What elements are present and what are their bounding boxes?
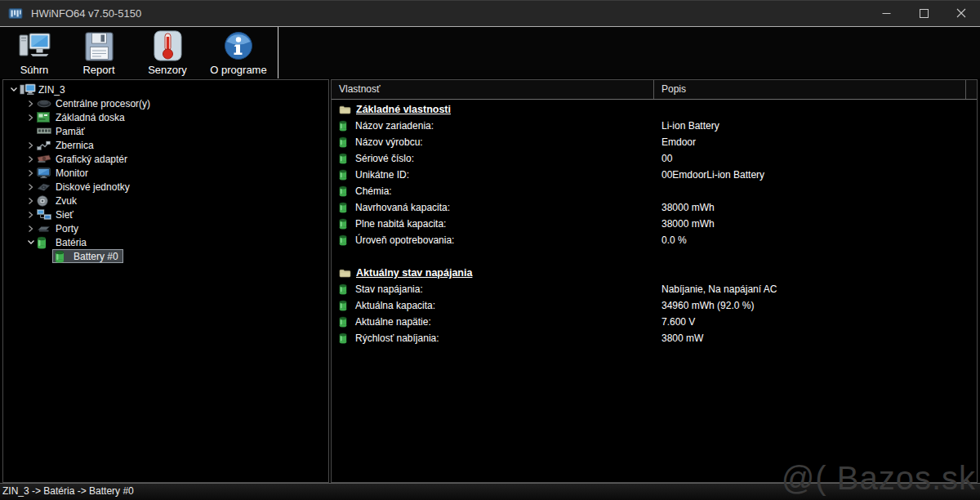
toolbar: SúhrnReportSenzoryO programe xyxy=(0,27,980,78)
close-icon xyxy=(956,7,966,21)
toolbar-button-label: Report xyxy=(82,64,114,76)
tree-item-zbernica[interactable]: Zbernica xyxy=(3,138,328,152)
tree-item-centr-lne-procesor-y[interactable]: Centrálne procesor(y) xyxy=(3,96,328,110)
tree-item-pam[interactable]: Pamäť xyxy=(3,124,328,138)
battery-small-icon xyxy=(339,333,353,344)
battery-icon xyxy=(37,236,54,249)
property-row-r-chlos-nab-jania[interactable]: Rýchlosť nabíjania:3800 mW xyxy=(332,330,977,346)
computer-summary-icon xyxy=(16,29,52,62)
toolbar-separator xyxy=(278,27,278,78)
tree-item-label: Sieť xyxy=(56,209,74,221)
tree-item-grafick-adapt-r[interactable]: Grafický adaptér xyxy=(3,152,328,166)
property-cell: Plne nabitá kapacita: xyxy=(332,218,654,230)
property-value: Li-ion Battery xyxy=(654,120,719,132)
tree-item-label: Centrálne procesor(y) xyxy=(56,98,150,109)
battery-icon xyxy=(55,250,72,263)
toolbar-button-summary[interactable]: Súhrn xyxy=(5,27,64,78)
hwinfo-window: HWiNFO64 v7.50-5150 SúhrnReportSenzoryO … xyxy=(0,0,980,500)
maximize-button[interactable] xyxy=(905,1,942,26)
property-row-aktu-lne-nap-tie[interactable]: Aktuálne napätie:7.600 V xyxy=(332,314,977,330)
maximize-icon xyxy=(920,7,929,21)
chevron-right-icon[interactable] xyxy=(24,197,37,205)
property-cell: Aktuálne napätie: xyxy=(332,316,654,328)
chevron-right-icon[interactable] xyxy=(24,225,37,233)
battery-small-icon xyxy=(339,136,353,148)
battery-small-icon xyxy=(339,300,353,311)
details-header: Vlastnosť Popis xyxy=(332,80,977,100)
tree-item-label: Porty xyxy=(56,223,78,234)
tree-item-content: Battery #0 xyxy=(52,249,123,263)
chevron-down-icon[interactable] xyxy=(24,239,37,246)
status-path: ZIN_3 -> Batéria -> Battery #0 xyxy=(2,485,134,497)
property-value: 38000 mWh xyxy=(654,218,715,230)
window-controls xyxy=(867,1,980,26)
property-row-stav-nap-jania[interactable]: Stav napájania:Nabíjanie, Na napájaní AC xyxy=(332,281,977,297)
tree-item-label: Battery #0 xyxy=(74,251,118,262)
battery-small-icon xyxy=(339,283,353,295)
tree-item-sie[interactable]: Sieť xyxy=(3,208,328,221)
property-row-plne-nabit-kapacita[interactable]: Plne nabitá kapacita:38000 mWh xyxy=(332,216,977,232)
property-value: 3800 mW xyxy=(654,333,703,344)
tree-item-z-kladn-doska[interactable]: Základná doska xyxy=(3,110,328,124)
chevron-right-icon[interactable] xyxy=(24,114,37,122)
property-value: Nabíjanie, Na napájaní AC xyxy=(654,283,777,295)
battery-small-icon xyxy=(339,185,353,197)
toolbar-button-about[interactable]: O programe xyxy=(201,27,276,78)
toolbar-button-report[interactable]: Report xyxy=(64,27,134,78)
ports-icon xyxy=(37,225,54,233)
property-row-ch-mia[interactable]: Chémia: xyxy=(332,183,977,199)
tree-item-content: Porty xyxy=(37,221,78,235)
section-header-aktu-lny-stav-nap-jania: Aktuálny stav napájania xyxy=(332,265,977,281)
property-row-rove-opotrebovania[interactable]: Úroveň opotrebovania:0.0 % xyxy=(332,232,977,248)
chevron-right-icon[interactable] xyxy=(24,155,37,163)
section-spacer xyxy=(332,248,977,265)
battery-small-icon xyxy=(339,218,353,230)
floppy-report-icon xyxy=(84,29,114,62)
property-row-n-zov-v-robcu[interactable]: Názov výrobcu:Emdoor xyxy=(332,134,977,150)
property-cell: Rýchlosť nabíjania: xyxy=(332,333,654,344)
property-label: Chémia: xyxy=(355,185,392,197)
property-row-unik-tne-id[interactable]: Unikátne ID:00EmdoorLi-ion Battery xyxy=(332,167,977,183)
property-cell: Stav napájania: xyxy=(332,283,654,295)
section-title: Aktuálny stav napájania xyxy=(356,267,472,279)
tree-item-diskov-jednotky[interactable]: Diskové jednotky xyxy=(3,180,328,194)
tree-item-monitor[interactable]: Monitor xyxy=(3,166,328,180)
chevron-right-icon[interactable] xyxy=(24,211,37,219)
window-title: HWiNFO64 v7.50-5150 xyxy=(31,7,141,20)
property-value: 38000 mWh xyxy=(654,202,715,213)
minimize-icon xyxy=(882,7,891,21)
tree-item-content: Zvuk xyxy=(37,194,77,208)
tree-item-label: Zvuk xyxy=(56,195,77,207)
column-header-description[interactable]: Popis xyxy=(654,80,966,99)
property-row-n-zov-zariadenia[interactable]: Názov zariadenia:Li-ion Battery xyxy=(332,118,977,134)
property-row-aktu-lna-kapacita[interactable]: Aktuálna kapacita:34960 mWh (92.0 %) xyxy=(332,297,977,314)
property-label: Názov výrobcu: xyxy=(355,136,423,148)
tree-item-bat-ria[interactable]: Batéria xyxy=(3,235,328,249)
property-cell: Unikátne ID: xyxy=(332,169,654,181)
property-value: 34960 mWh (92.0 %) xyxy=(654,300,754,311)
property-row-navrhovan-kapacita[interactable]: Navrhovaná kapacita:38000 mWh xyxy=(332,199,977,216)
tree-item-porty[interactable]: Porty xyxy=(3,221,328,235)
property-value: 00EmdoorLi-ion Battery xyxy=(654,169,764,181)
toolbar-buttons: SúhrnReportSenzoryO programe xyxy=(0,27,980,78)
toolbar-button-label: O programe xyxy=(210,64,266,76)
column-header-property[interactable]: Vlastnosť xyxy=(332,80,654,99)
tree-item-zin-3[interactable]: ZIN_3 xyxy=(3,83,328,96)
titlebar: HWiNFO64 v7.50-5150 xyxy=(0,1,980,27)
chevron-right-icon[interactable] xyxy=(24,183,37,191)
toolbar-button-sensors[interactable]: Senzory xyxy=(134,27,201,78)
tree-item-zvuk[interactable]: Zvuk xyxy=(3,194,328,208)
close-button[interactable] xyxy=(942,1,980,26)
tree-item-battery-#0[interactable]: Battery #0 xyxy=(3,249,328,263)
chevron-right-icon[interactable] xyxy=(24,169,37,177)
chevron-down-icon[interactable] xyxy=(7,86,20,93)
minimize-button[interactable] xyxy=(867,1,905,26)
chevron-right-icon[interactable] xyxy=(24,141,37,150)
audio-icon xyxy=(37,195,54,207)
property-row-s-riov-slo[interactable]: Sériové číslo:00 xyxy=(332,150,977,167)
tree-item-label: Grafický adaptér xyxy=(56,154,127,165)
tree-item-content: Zbernica xyxy=(37,138,94,152)
chevron-right-icon[interactable] xyxy=(24,100,37,108)
property-label: Aktuálna kapacita: xyxy=(355,300,435,311)
tree-item-content: Pamäť xyxy=(37,124,85,138)
